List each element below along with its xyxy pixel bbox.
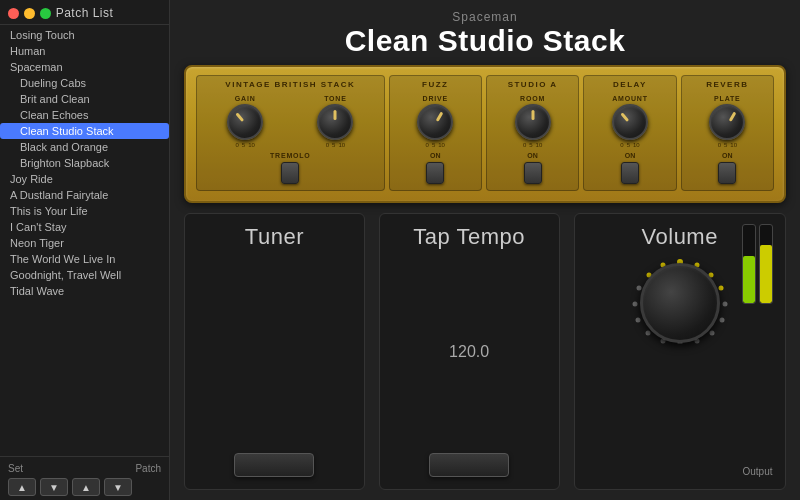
- fader-container: [742, 224, 773, 462]
- gain-knob[interactable]: [227, 104, 263, 140]
- patch-item[interactable]: Black and Orange: [0, 139, 169, 155]
- svg-point-11: [635, 318, 640, 323]
- patch-item[interactable]: Losing Touch: [0, 27, 169, 43]
- amp-section-studio-a: STUDIO A ROOM 0510 ON: [486, 75, 579, 191]
- patch-item[interactable]: Brit and Clean: [0, 91, 169, 107]
- svg-point-5: [719, 318, 724, 323]
- patch-item[interactable]: I Can't Stay: [0, 219, 169, 235]
- delay-toggle[interactable]: [621, 162, 639, 184]
- window-close-button[interactable]: [8, 8, 19, 19]
- tap-tempo-title: Tap Tempo: [413, 224, 525, 250]
- nav-button-2[interactable]: ▲: [72, 478, 100, 496]
- svg-point-6: [709, 331, 714, 336]
- nav-button-1[interactable]: ▼: [40, 478, 68, 496]
- amount-knob[interactable]: [612, 104, 648, 140]
- patch-list: Losing TouchHumanSpacemanDueling CabsBri…: [0, 25, 169, 456]
- section-label-fuzz: FUZZ: [396, 80, 475, 89]
- output-label: Output: [742, 466, 772, 477]
- tap-tempo-button[interactable]: [429, 453, 509, 477]
- section-label-vintage: VINTAGE BRITISH STACK: [203, 80, 378, 89]
- studio-a-toggle[interactable]: [524, 162, 542, 184]
- patch-item[interactable]: Spaceman: [0, 59, 169, 75]
- fuzz-toggle[interactable]: [426, 162, 444, 184]
- patch-item[interactable]: Neon Tiger: [0, 235, 169, 251]
- tap-tempo-value: 120.0: [449, 343, 489, 361]
- bottom-section: Tuner Tap Tempo 120.0 Volume: [184, 213, 786, 490]
- knob-group-tone: TONE 0510: [317, 95, 353, 148]
- patch-item[interactable]: The World We Live In: [0, 251, 169, 267]
- patch-item[interactable]: Clean Studio Stack: [0, 123, 169, 139]
- patch-item[interactable]: A Dustland Fairytale: [0, 187, 169, 203]
- window-maximize-button[interactable]: [40, 8, 51, 19]
- svg-point-12: [632, 302, 637, 307]
- patch-item[interactable]: Brighton Slapback: [0, 155, 169, 171]
- plate-knob[interactable]: [709, 104, 745, 140]
- volume-knob[interactable]: [640, 263, 720, 343]
- knob-group-gain: GAIN 0510: [227, 95, 263, 148]
- amp-section-reverb: REVERB PLATE 0510 ON: [681, 75, 774, 191]
- knob-group-room: ROOM 0510: [515, 95, 551, 148]
- fader-track-left[interactable]: [742, 224, 756, 304]
- nav-button-3[interactable]: ▼: [104, 478, 132, 496]
- nav-button-0[interactable]: ▲: [8, 478, 36, 496]
- knob-group-amount: AMOUNT 0510: [612, 95, 648, 148]
- knobs-row: GAIN 0510 TONE 0510: [203, 95, 378, 148]
- tone-knob[interactable]: [317, 104, 353, 140]
- patch-item[interactable]: Clean Echoes: [0, 107, 169, 123]
- section-label-delay: DELAY: [590, 80, 669, 89]
- drive-knob[interactable]: [417, 104, 453, 140]
- main-area: Spaceman Clean Studio Stack VINTAGE BRIT…: [170, 0, 800, 500]
- set-label: Set: [8, 463, 23, 474]
- tremolo-toggle[interactable]: [281, 162, 299, 184]
- svg-point-3: [718, 286, 723, 291]
- tap-tempo-panel: Tap Tempo 120.0: [379, 213, 560, 490]
- sidebar: Patch List Losing TouchHumanSpacemanDuel…: [0, 0, 170, 500]
- tuner-button[interactable]: [234, 453, 314, 477]
- svg-point-4: [722, 302, 727, 307]
- volume-panel: Volume: [574, 213, 787, 490]
- amp-sections: VINTAGE BRITISH STACK GAIN 0510 TONE 051…: [196, 75, 774, 191]
- app-title: Spaceman: [184, 10, 786, 24]
- section-label-reverb: REVERB: [688, 80, 767, 89]
- knob-group-drive: DRIVE 0510: [417, 95, 453, 148]
- nav-buttons: ▲▼▲▼: [8, 478, 161, 496]
- patch-item[interactable]: This is Your Life: [0, 203, 169, 219]
- patch-label: Patch: [135, 463, 161, 474]
- patch-item[interactable]: Tidal Wave: [0, 283, 169, 299]
- window-minimize-button[interactable]: [24, 8, 35, 19]
- patch-item[interactable]: Dueling Cabs: [0, 75, 169, 91]
- patch-item[interactable]: Human: [0, 43, 169, 59]
- section-label-studio-a: STUDIO A: [493, 80, 572, 89]
- reverb-toggle[interactable]: [718, 162, 736, 184]
- svg-point-13: [636, 286, 641, 291]
- amp-section-vintage-british: VINTAGE BRITISH STACK GAIN 0510 TONE 051…: [196, 75, 385, 191]
- knob-group-plate: PLATE 0510: [709, 95, 745, 148]
- tuner-title: Tuner: [245, 224, 304, 250]
- header: Spaceman Clean Studio Stack: [184, 10, 786, 57]
- patch-item[interactable]: Goodnight, Travel Well: [0, 267, 169, 283]
- tuner-panel: Tuner: [184, 213, 365, 490]
- svg-point-10: [645, 331, 650, 336]
- patch-item[interactable]: Joy Ride: [0, 171, 169, 187]
- patch-title: Clean Studio Stack: [184, 24, 786, 57]
- tremolo-area: TREMOLO: [203, 152, 378, 184]
- sidebar-footer: Set Patch ▲▼▲▼: [0, 456, 169, 500]
- fader-track-right[interactable]: [759, 224, 773, 304]
- amp-section-delay: DELAY AMOUNT 0510 ON: [583, 75, 676, 191]
- room-knob[interactable]: [515, 104, 551, 140]
- volume-title: Volume: [642, 224, 718, 250]
- output-area: Output: [742, 224, 773, 477]
- amp-section-fuzz: FUZZ DRIVE 0510 ON: [389, 75, 482, 191]
- amp-panel: VINTAGE BRITISH STACK GAIN 0510 TONE 051…: [184, 65, 786, 203]
